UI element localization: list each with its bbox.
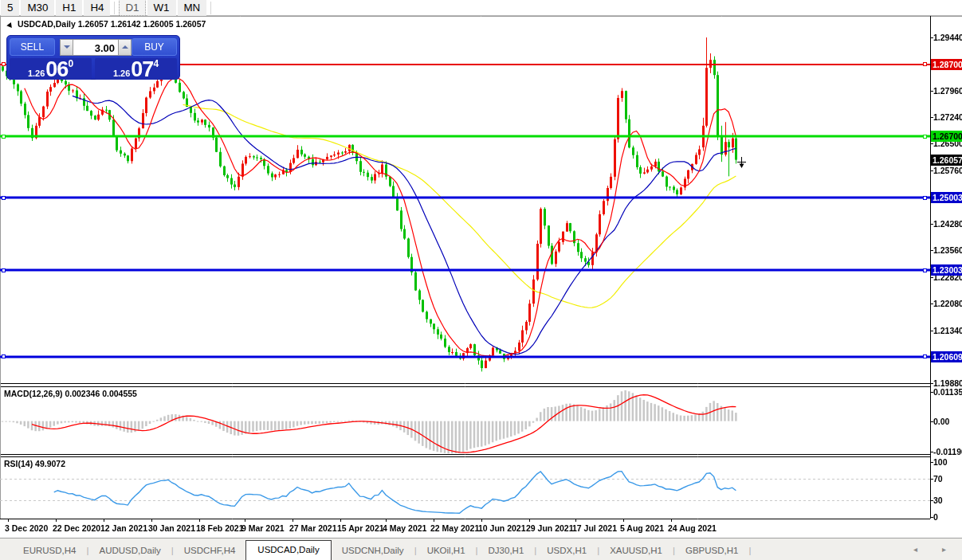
triangle-up-icon: [122, 45, 128, 49]
date-axis-label: 9 Mar 2021: [241, 523, 285, 533]
price-axis-tick-label: 1.22080: [933, 299, 962, 308]
chart-tab-usdchf[interactable]: USDCHF,H4: [174, 542, 246, 560]
chart-tab-bar: EURUSD,H4|AUDUSD,Daily|USDCHF,H4USDCAD,D…: [0, 538, 962, 560]
macd-axis-tick-label: 0.01135: [933, 387, 962, 397]
price-axis-tick-label: 1.24280: [933, 219, 962, 229]
triangle-down-icon: [64, 45, 70, 49]
volume-increase-button[interactable]: [118, 39, 132, 56]
volume-decrease-button[interactable]: [60, 39, 73, 56]
timeframe-mn-button[interactable]: MN: [178, 0, 207, 16]
price-axis-tick-label: 1.27240: [933, 112, 962, 122]
chart-symbol-period: USDCAD,Daily: [18, 19, 76, 29]
date-axis-label: 24 Aug 2021: [668, 523, 717, 533]
date-axis-label: 22 Dec 2020: [53, 523, 100, 533]
buy-price-display[interactable]: 1.26 07 4: [95, 58, 177, 80]
chart-tab-audusd[interactable]: AUDUSD,Daily: [88, 542, 171, 560]
buy-price-prefix: 1.26: [113, 68, 130, 79]
buy-button[interactable]: BUY: [132, 38, 177, 56]
rsi-axis-tick-label: 30: [933, 495, 943, 505]
timeframe-d1-button[interactable]: D1: [119, 0, 145, 16]
mt4-chart-window: 5M30H1H4D1W1MN ► USDCAD,Daily 1.26057 1.…: [0, 0, 962, 560]
date-axis-label: 22 May 2021: [430, 523, 479, 533]
price-axis-tick-label: 1.29440: [933, 33, 962, 42]
price-axis-tick-label: 1.23560: [933, 245, 962, 255]
chart-tab-ukoil[interactable]: UKOil,H1: [417, 542, 476, 560]
rsi-axis-tick-label: 70: [933, 474, 943, 484]
price-chart-canvas[interactable]: [0, 16, 962, 538]
chart-tab-eurusd[interactable]: EURUSD,H4: [13, 542, 86, 560]
sell-price-point: 0: [68, 59, 73, 69]
rsi-axis-tick-label: 100: [933, 457, 948, 467]
buy-price-point: 4: [153, 59, 159, 69]
cursor-arrow-icon: ►: [3, 18, 16, 29]
date-axis-label: 12 Jan 2021: [100, 523, 147, 533]
timeframe-toolbar: 5M30H1H4D1W1MN: [0, 0, 962, 16]
tab-divider: |: [748, 546, 751, 560]
price-axis-tick-label: 1.25760: [933, 166, 962, 175]
chart-tab-xauusd[interactable]: XAUUSD,H1: [599, 542, 673, 560]
sell-price-prefix: 1.26: [28, 68, 45, 79]
timeframe-m30-button[interactable]: M30: [21, 0, 54, 16]
sell-price-display[interactable]: 1.26 06 0: [10, 58, 92, 80]
date-axis-label: 30 Jan 2021: [148, 523, 195, 533]
toolbar-separator: [114, 2, 115, 14]
chart-title: ► USDCAD,Daily 1.26057 1.26142 1.26005 1…: [6, 19, 206, 29]
tab-scroll-left-icon[interactable]: ◂: [913, 545, 917, 554]
timeframe-5-button[interactable]: 5: [1, 0, 19, 16]
macd-axis-tick-label: -0.011904: [933, 447, 962, 456]
timeframe-w1-button[interactable]: W1: [147, 0, 176, 16]
date-axis-label: 17 Jul 2021: [572, 523, 617, 533]
chart-tab-dj30[interactable]: DJ30,H1: [478, 542, 535, 560]
chart-ohlc-values: 1.26057 1.26142 1.26005 1.26057: [78, 19, 206, 29]
price-level-badge: 1.28700: [931, 59, 962, 70]
volume-stepper: 3.00: [60, 39, 132, 56]
timeframe-h1-button[interactable]: H1: [56, 0, 82, 16]
price-axis-tick-label: 1.21340: [933, 326, 962, 335]
price-axis-tick-label: 1.27960: [933, 86, 962, 96]
chart-tab-gbpusd[interactable]: GBPUSD,H1: [675, 542, 748, 560]
date-axis-label: 3 Dec 2020: [5, 523, 48, 533]
macd-indicator-label: MACD(12,26,9) 0.002346 0.004555: [4, 389, 137, 398]
price-level-badge: 1.25003: [931, 192, 962, 203]
chart-tab-usdx[interactable]: USDX,H1: [536, 542, 597, 560]
tab-scroll-right-icon[interactable]: ▸: [942, 545, 946, 554]
macd-axis-tick-label: 0.00: [933, 417, 949, 426]
toolbar-separator: [210, 2, 211, 14]
one-click-trading-panel: SELL 3.00 BUY 1.26 06 0 1.26 07 4: [6, 35, 180, 80]
buy-price-pips: 07: [131, 60, 153, 79]
price-level-badge: 1.20609: [931, 351, 962, 362]
price-level-badge: 1.26057: [931, 155, 962, 166]
timeframe-h4-button[interactable]: H4: [84, 0, 110, 16]
sell-button[interactable]: SELL: [10, 38, 55, 56]
date-axis-label: 29 Jun 2021: [526, 523, 574, 533]
rsi-axis-tick-label: 0: [933, 512, 938, 522]
date-axis-label: 10 Jun 2021: [478, 523, 526, 533]
date-axis-label: 4 May 2021: [383, 523, 426, 533]
date-axis-label: 5 Aug 2021: [620, 523, 664, 533]
price-level-badge: 1.26700: [931, 131, 962, 142]
volume-input[interactable]: 3.00: [73, 39, 118, 56]
chart-tab-usdcnh[interactable]: USDCNH,Daily: [332, 542, 414, 560]
date-axis-label: 15 Apr 2021: [337, 523, 384, 533]
rsi-indicator-label: RSI(14) 49.9072: [4, 459, 65, 468]
price-level-badge: 1.23003: [931, 264, 962, 276]
date-axis-label: 18 Feb 2021: [196, 523, 244, 533]
date-axis-label: 27 Mar 2021: [289, 523, 337, 533]
sell-price-pips: 06: [45, 60, 68, 79]
chart-tab-usdcad[interactable]: USDCAD,Daily: [245, 540, 331, 560]
